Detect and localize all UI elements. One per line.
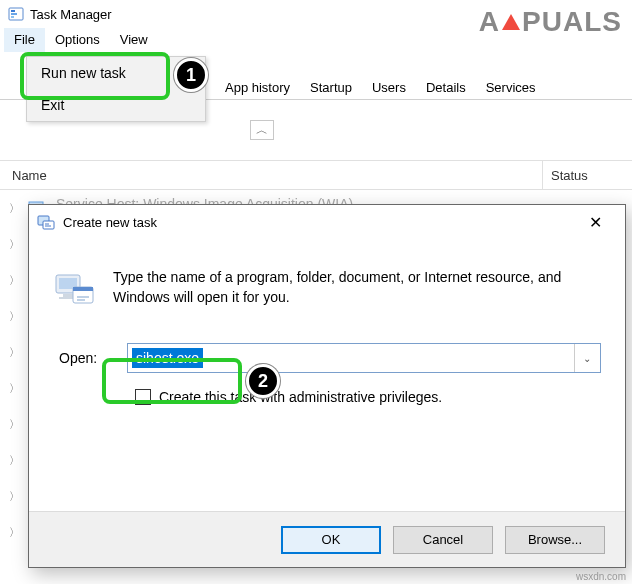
run-illustration-icon: [53, 267, 95, 309]
dialog-titlebar: Create new task ✕: [29, 205, 625, 239]
open-combobox[interactable]: sihost.exe ⌄: [127, 343, 601, 373]
image-credit: wsxdn.com: [576, 571, 626, 582]
svg-rect-1: [11, 10, 15, 12]
task-manager-icon: [8, 6, 24, 22]
dialog-close-button[interactable]: ✕: [573, 207, 617, 237]
expander-icon[interactable]: 〉: [6, 525, 22, 540]
expander-icon[interactable]: 〉: [6, 345, 22, 360]
dialog-description: Type the name of a program, folder, docu…: [113, 267, 583, 308]
column-status[interactable]: Status: [542, 161, 632, 189]
close-icon: ✕: [589, 213, 602, 232]
menu-options[interactable]: Options: [45, 28, 110, 52]
svg-rect-2: [11, 13, 17, 15]
tab-services[interactable]: Services: [477, 75, 545, 99]
cancel-button[interactable]: Cancel: [393, 526, 493, 554]
browse-button[interactable]: Browse...: [505, 526, 605, 554]
menu-view[interactable]: View: [110, 28, 158, 52]
watermark-logo: APUALS: [479, 6, 622, 38]
expander-icon[interactable]: 〉: [6, 417, 22, 432]
tab-app-history[interactable]: App history: [216, 75, 299, 99]
svg-rect-9: [63, 294, 73, 297]
watermark-text-a: A: [479, 6, 500, 37]
chevron-down-icon: ⌄: [583, 353, 591, 364]
create-new-task-dialog: Create new task ✕ Type the name of a pro…: [28, 204, 626, 568]
svg-rect-6: [43, 221, 54, 229]
expander-icon[interactable]: 〉: [6, 453, 22, 468]
annotation-badge-1: 1: [174, 58, 208, 92]
column-name[interactable]: Name: [0, 168, 542, 183]
expander-icon[interactable]: 〉: [6, 309, 22, 324]
expander-icon[interactable]: 〉: [6, 489, 22, 504]
admin-checkbox[interactable]: [135, 389, 151, 405]
expander-icon[interactable]: 〉: [6, 273, 22, 288]
open-label: Open:: [53, 350, 127, 366]
watermark-triangle-icon: [502, 14, 520, 30]
window-title: Task Manager: [30, 7, 112, 22]
annotation-badge-2: 2: [246, 364, 280, 398]
svg-rect-3: [11, 16, 14, 18]
dialog-body: Type the name of a program, folder, docu…: [29, 255, 625, 507]
columns-header: Name Status: [0, 160, 632, 190]
fewer-details-chevron-icon[interactable]: ︿: [250, 120, 274, 140]
expander-icon[interactable]: 〉: [6, 237, 22, 252]
menu-file[interactable]: File: [4, 28, 45, 52]
expander-icon[interactable]: 〉: [6, 381, 22, 396]
watermark-text-b: PUALS: [522, 6, 622, 37]
run-dialog-icon: [37, 213, 55, 231]
dialog-footer: OK Cancel Browse...: [29, 511, 625, 567]
tab-startup[interactable]: Startup: [301, 75, 361, 99]
expander-icon[interactable]: 〉: [6, 201, 22, 216]
menu-exit[interactable]: Exit: [27, 89, 205, 121]
combobox-dropdown-button[interactable]: ⌄: [574, 344, 598, 372]
svg-rect-12: [73, 287, 93, 291]
admin-checkbox-label[interactable]: Create this task with administrative pri…: [159, 389, 442, 405]
tab-users[interactable]: Users: [363, 75, 415, 99]
dialog-title: Create new task: [63, 215, 573, 230]
tab-details[interactable]: Details: [417, 75, 475, 99]
ok-button[interactable]: OK: [281, 526, 381, 554]
open-input-selection: sihost.exe: [132, 348, 203, 368]
